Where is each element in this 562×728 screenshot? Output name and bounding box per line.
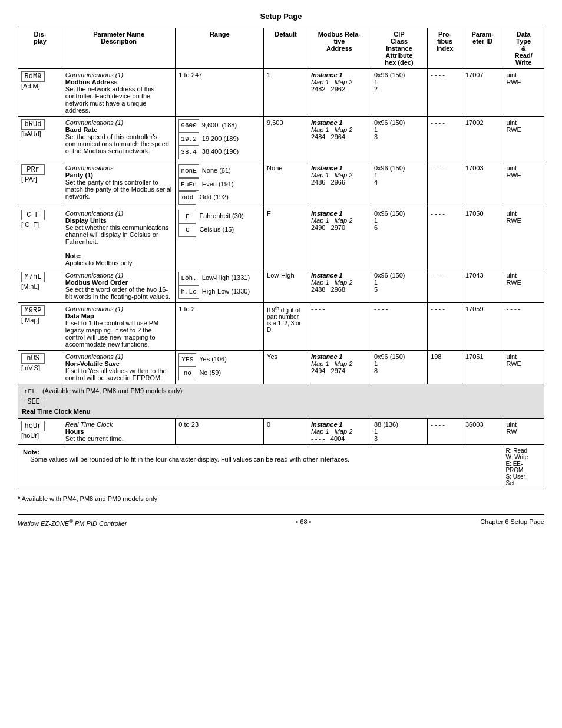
display-mhl: M7hL [M.hL] [18, 269, 62, 303]
datatype-addr: uintRWE [503, 69, 544, 117]
section-rtc: rEL (Available with PM4, PM8 and PM9 mod… [18, 384, 544, 419]
display-cf: C_F [ C_F] [18, 207, 62, 269]
profibus-baud: - - - - [428, 117, 462, 162]
range-hour: 0 to 23 [176, 419, 264, 445]
cip-map: - - - - [371, 303, 427, 351]
profibus-cf: - - - - [428, 207, 462, 269]
default-baud: 9,600 [264, 117, 308, 162]
datatype-hour: uintRW [503, 419, 544, 445]
header-cip: CIPClassInstanceAttributehex (dec) [371, 28, 427, 69]
paramid-map: 17059 [462, 303, 503, 351]
paramid-addr: 17007 [462, 69, 503, 117]
profibus-hour: - - - - [428, 419, 462, 445]
profibus-mhl: - - - - [428, 269, 462, 303]
table-row: RdM9 [Ad.M] Communications (1) Modbus Ad… [18, 69, 544, 117]
datatype-baud: uintRWE [503, 117, 544, 162]
param-mhl: Communications (1) Modbus Word Order Sel… [62, 269, 176, 303]
range-map: 1 to 2 [176, 303, 264, 351]
cip-baud: 0x96 (150)13 [371, 117, 427, 162]
table-row: M7hL [M.hL] Communications (1) Modbus Wo… [18, 269, 544, 303]
header-range: Range [176, 28, 264, 69]
default-parity: None [264, 162, 308, 207]
footer-left: Watlow EZ-ZONE® PM PID Controller [18, 518, 127, 527]
modbus-hour: Instance 1 Map 1 Map 2 - - - - 4004 [308, 419, 371, 445]
default-hour: 0 [264, 419, 308, 445]
paramid-baud: 17002 [462, 117, 503, 162]
paramid-hour: 36003 [462, 419, 503, 445]
param-nvs: Communications (1) Non-Volatile Save If … [62, 351, 176, 384]
table-row: PRr [ PAr] Communications Parity (1) Set… [18, 162, 544, 207]
default-mhl: Low-High [264, 269, 308, 303]
cip-cf: 0x96 (150)16 [371, 207, 427, 269]
profibus-addr: - - - - [428, 69, 462, 117]
default-map: If 9th dig-it of part number is a 1, 2, … [264, 303, 308, 351]
default-addr: 1 [264, 69, 308, 117]
modbus-baud: Instance 1 Map 1 Map 2 2484 2964 [308, 117, 371, 162]
modbus-nvs: Instance 1 Map 1 Map 2 2494 2974 [308, 351, 371, 384]
datatype-cf: uintRWE [503, 207, 544, 269]
range-baud: 9600 9,600 (188) 19.2 19,200 (189) 38.4 … [176, 117, 264, 162]
datatype-nvs: uintRWE [503, 351, 544, 384]
table-row: hoUr [hoUr] Real Time Clock Hours Set th… [18, 419, 544, 445]
header-datatype: DataType&Read/Write [503, 28, 544, 69]
display-addr: RdM9 [Ad.M] [18, 69, 62, 117]
profibus-parity: - - - - [428, 162, 462, 207]
table-row: C_F [ C_F] Communications (1) Display Un… [18, 207, 544, 269]
legend-cell: R: ReadW: WriteE: EE-PROMS: UserSet [503, 445, 544, 489]
header-param: Parameter NameDescription [62, 28, 176, 69]
modbus-cf: Instance 1 Map 1 Map 2 2490 2970 [308, 207, 371, 269]
header-display: Dis-play [18, 28, 62, 69]
paramid-parity: 17003 [462, 162, 503, 207]
asterisk-note: * Available with PM4, PM8 and PM9 models… [18, 495, 544, 502]
page-title: Setup Page [18, 12, 544, 21]
paramid-nvs: 17051 [462, 351, 503, 384]
profibus-map: - - - - [428, 303, 462, 351]
footer-center: • 68 • [296, 518, 311, 527]
range-mhl: Loh. Low-High (1331) h.Lo High-Low (1330… [176, 269, 264, 303]
display-map: M9RP [ Map] [18, 303, 62, 351]
main-table: Dis-play Parameter NameDescription Range… [18, 28, 544, 489]
section-label: rEL (Available with PM4, PM8 and PM9 mod… [18, 384, 544, 419]
display-hour: hoUr [hoUr] [18, 419, 62, 445]
display-baud: bRUd [bAUd] [18, 117, 62, 162]
range-parity: nonE None (61) EuEn Even (191) odd Odd (… [176, 162, 264, 207]
modbus-addr: Instance 1 Map 1 Map 2 2482 2962 [308, 69, 371, 117]
param-map: Communications (1) Data Map If set to 1 … [62, 303, 176, 351]
modbus-parity: Instance 1 Map 1 Map 2 2486 2966 [308, 162, 371, 207]
display-nvs: nUS [ nV.S] [18, 351, 62, 384]
table-row: M9RP [ Map] Communications (1) Data Map … [18, 303, 544, 351]
datatype-mhl: uintRWE [503, 269, 544, 303]
footer-note-row: Note: Some values will be rounded off to… [18, 445, 544, 489]
cip-nvs: 0x96 (150)18 [371, 351, 427, 384]
cip-mhl: 0x96 (150)15 [371, 269, 427, 303]
datatype-map: - - - - [503, 303, 544, 351]
header-modbus: Modbus Rela-tiveAddress [308, 28, 371, 69]
profibus-nvs: 198 [428, 351, 462, 384]
footer-right: Chapter 6 Setup Page [480, 518, 544, 527]
param-parity: Communications Parity (1) Set the parity… [62, 162, 176, 207]
modbus-map: - - - - [308, 303, 371, 351]
default-nvs: Yes [264, 351, 308, 384]
table-row: nUS [ nV.S] Communications (1) Non-Volat… [18, 351, 544, 384]
range-cf: F Fahrenheit (30) C Celsius (15) [176, 207, 264, 269]
footer-bar: Watlow EZ-ZONE® PM PID Controller • 68 •… [18, 514, 544, 527]
footer-note-text: Note: Some values will be rounded off to… [18, 445, 503, 489]
range-nvs: YES Yes (106) no No (59) [176, 351, 264, 384]
header-profibus: Pro-fibusIndex [428, 28, 462, 69]
header-paramid: Param-eter ID [462, 28, 503, 69]
param-hour: Real Time Clock Hours Set the current ti… [62, 419, 176, 445]
range-addr: 1 to 247 [176, 69, 264, 117]
param-addr: Communications (1) Modbus Address Set th… [62, 69, 176, 117]
modbus-mhl: Instance 1 Map 1 Map 2 2488 2968 [308, 269, 371, 303]
datatype-parity: uintRWE [503, 162, 544, 207]
param-baud: Communications (1) Baud Rate Set the spe… [62, 117, 176, 162]
table-row: bRUd [bAUd] Communications (1) Baud Rate… [18, 117, 544, 162]
header-default: Default [264, 28, 308, 69]
display-parity: PRr [ PAr] [18, 162, 62, 207]
cip-parity: 0x96 (150)14 [371, 162, 427, 207]
cip-hour: 88 (136)13 [371, 419, 427, 445]
cip-addr: 0x96 (150)12 [371, 69, 427, 117]
default-cf: F [264, 207, 308, 269]
param-cf: Communications (1) Display Units Select … [62, 207, 176, 269]
paramid-cf: 17050 [462, 207, 503, 269]
